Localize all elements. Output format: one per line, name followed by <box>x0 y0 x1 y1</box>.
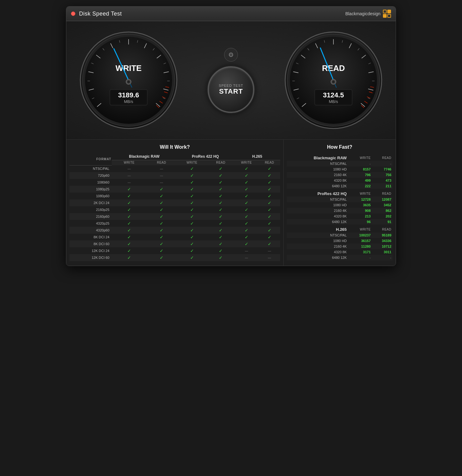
check-icon: ✓ <box>219 228 223 233</box>
check-icon: ✓ <box>219 200 223 205</box>
table-cell: ✓ <box>177 206 207 213</box>
hf-write-value: 3635 <box>348 202 372 208</box>
hf-read-value: 95189 <box>372 232 393 238</box>
brand-sq-2 <box>387 10 391 13</box>
check-icon: ✓ <box>219 166 223 171</box>
check-icon: ✓ <box>268 221 271 226</box>
table-cell: ✓ <box>112 220 146 227</box>
table-cell: ✓ <box>146 220 177 227</box>
check-icon: ✓ <box>127 214 131 219</box>
hf-read-value: 3452 <box>372 202 393 208</box>
check-icon: ✓ <box>190 187 194 192</box>
check-icon: ✓ <box>190 166 194 171</box>
check-icon: ✓ <box>219 207 223 212</box>
check-icon: ✓ <box>160 228 163 233</box>
check-icon: ✓ <box>245 200 248 205</box>
check-icon: ✓ <box>268 187 271 192</box>
check-icon: ✓ <box>160 214 163 219</box>
settings-button[interactable]: ⚙ <box>224 48 238 62</box>
check-icon: ✓ <box>190 200 194 205</box>
check-icon: ✓ <box>190 228 194 233</box>
hf-read-value: - <box>372 161 393 166</box>
table-cell: ✓ <box>177 165 207 172</box>
svg-text:READ: READ <box>322 63 345 73</box>
table-cell: ✓ <box>146 206 177 213</box>
table-cell: ✓ <box>112 254 146 261</box>
hf-read-value: 12087 <box>372 197 393 202</box>
check-icon: ✓ <box>245 173 248 178</box>
table-cell: ✓ <box>259 220 280 227</box>
table-cell: 8K DCI 24 <box>69 234 112 240</box>
check-icon: ✓ <box>160 194 163 198</box>
hf-row-label: 2160 4K <box>287 208 348 213</box>
hf-write-value: 222 <box>348 183 372 189</box>
hf-read-value: 202 <box>372 213 393 219</box>
brand-icon <box>383 10 391 18</box>
hf-write-value: 908 <box>348 208 372 213</box>
check-icon: ✓ <box>219 173 223 178</box>
check-icon: ✓ <box>245 166 248 171</box>
table-cell: 12K DCI 24 <box>69 247 112 254</box>
hf-write-value: 36157 <box>348 238 372 244</box>
table-cell: ✓ <box>177 213 207 220</box>
hf-row-label: 1080 HD <box>287 166 348 172</box>
table-row: 1080p60✓✓✓✓✓✓ <box>69 193 280 199</box>
table-cell: ✓ <box>112 240 146 247</box>
hf-write-col-header: WRITE <box>348 225 372 232</box>
braw-read-subheader: READ <box>146 160 177 166</box>
h265-read-subheader: READ <box>259 160 280 166</box>
check-icon: ✓ <box>245 235 248 240</box>
check-icon: ✓ <box>268 194 271 198</box>
table-cell: ✓ <box>207 186 234 193</box>
hf-row-label: 2160 4K <box>287 172 348 178</box>
hf-write-value: 499 <box>348 178 372 183</box>
check-icon: ✓ <box>268 228 271 233</box>
prores-write-subheader: WRITE <box>177 160 207 166</box>
start-button-label: START <box>219 87 243 96</box>
table-cell: ✓ <box>146 254 177 261</box>
table-cell: ✓ <box>177 254 207 261</box>
start-button[interactable]: SPEED TEST START <box>208 66 254 113</box>
window-title: Disk Speed Test <box>79 11 342 17</box>
table-cell: 720p60 <box>69 172 112 179</box>
check-icon: ✓ <box>245 194 248 198</box>
table-cell: ✓ <box>259 193 280 199</box>
table-row: 8K DCI 24✓✓✓✓✓✓ <box>69 234 280 240</box>
list-item: 2160 4K 796 756 <box>287 172 393 178</box>
close-button[interactable] <box>71 12 75 16</box>
table-cell: ✓ <box>234 179 259 186</box>
table-row: 1080i60——✓✓✓✓ <box>69 179 280 186</box>
brand-name: Blackmagicdesign <box>345 11 380 16</box>
check-icon: ✓ <box>219 194 223 198</box>
hf-write-value: - <box>348 161 372 166</box>
hf-read-value: 3011 <box>372 249 393 255</box>
h265-header: H.265 <box>234 153 280 160</box>
table-cell: ✓ <box>146 199 177 206</box>
table-cell: ✓ <box>207 234 234 240</box>
braw-header: Blackmagic RAW <box>112 153 177 160</box>
svg-text:3189.6: 3189.6 <box>118 91 139 99</box>
list-item: NTSC/PAL 100237 95189 <box>287 232 393 238</box>
svg-text:WRITE: WRITE <box>116 63 142 73</box>
hf-section-header: H.265 WRITE READ <box>287 225 393 232</box>
check-icon: ✓ <box>268 214 271 219</box>
svg-text:MB/s: MB/s <box>124 99 133 104</box>
table-cell: — <box>259 247 280 254</box>
brand-sq-1 <box>383 10 387 13</box>
table-cell: ✓ <box>112 247 146 254</box>
how-fast-title: How Fast? <box>287 144 393 150</box>
hf-read-value: 10712 <box>372 244 393 249</box>
app-window: Disk Speed Test Blackmagicdesign <box>66 6 396 266</box>
dash-icon: — <box>268 249 271 253</box>
how-fast-panel: How Fast? Blackmagic RAW WRITE READ NTSC… <box>284 140 396 266</box>
svg-point-33 <box>127 81 130 83</box>
hf-write-col-header: WRITE <box>348 153 372 161</box>
dash-icon: — <box>245 256 248 259</box>
hf-read-value: 862 <box>372 208 393 213</box>
hf-write-value: 96 <box>348 219 372 225</box>
dash-icon: — <box>245 249 248 253</box>
hf-row-label: 1080 HD <box>287 238 348 244</box>
table-row: NTSC/PAL——✓✓✓✓ <box>69 165 280 172</box>
table-cell: ✓ <box>177 172 207 179</box>
check-icon: ✓ <box>245 207 248 212</box>
